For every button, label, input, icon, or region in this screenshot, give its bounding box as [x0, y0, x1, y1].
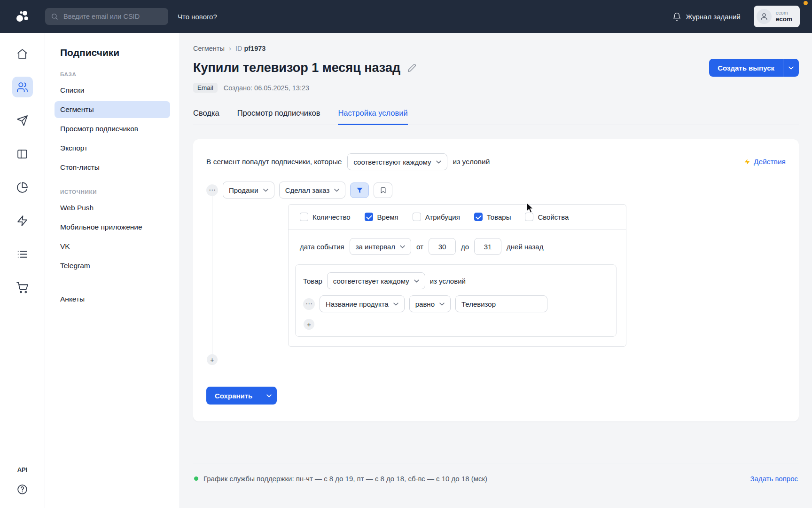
- checkbox-box[interactable]: [365, 213, 373, 221]
- checkbox-properties[interactable]: Свойства: [525, 213, 569, 221]
- nav-home[interactable]: [12, 43, 33, 64]
- created-date: Создано: 06.05.2025, 13:23: [224, 84, 309, 92]
- product-field-select[interactable]: Название продукта: [320, 295, 405, 312]
- checkbox-box[interactable]: [525, 213, 533, 221]
- checkbox-quantity[interactable]: Количество: [300, 213, 351, 221]
- event-select[interactable]: Сделал заказ: [279, 182, 346, 198]
- filter-button[interactable]: [350, 183, 369, 198]
- nav-ecommerce[interactable]: [12, 277, 33, 298]
- checkbox-label: Свойства: [538, 213, 569, 221]
- layout-icon: [16, 148, 28, 160]
- checkbox-label: Время: [377, 213, 398, 221]
- whats-new-link[interactable]: Что нового?: [178, 13, 217, 21]
- checkbox-products[interactable]: Товары: [474, 213, 511, 221]
- interval-from-input[interactable]: [429, 238, 456, 255]
- nav-subscribers[interactable]: [12, 77, 33, 97]
- add-condition-button[interactable]: +: [207, 354, 218, 365]
- add-product-condition-button[interactable]: +: [304, 319, 314, 330]
- help-button[interactable]: [12, 479, 33, 500]
- sidebar-title: Подписчики: [60, 47, 170, 58]
- sidebar-item-webpush[interactable]: Web Push: [55, 199, 170, 216]
- product-value-input[interactable]: [455, 295, 547, 312]
- checkbox-box[interactable]: [413, 213, 421, 221]
- sidebar-item-vk[interactable]: VK: [55, 238, 170, 255]
- save-button[interactable]: Сохранить: [206, 387, 261, 405]
- breadcrumb-id-value: pf1973: [244, 45, 265, 52]
- chevron-down-icon: [414, 279, 419, 283]
- select-value: за интервал: [356, 243, 395, 251]
- breadcrumb-segments-link[interactable]: Сегменты: [193, 45, 225, 52]
- account-menu[interactable]: ecom ecom: [754, 6, 800, 27]
- tab-summary[interactable]: Сводка: [193, 109, 219, 125]
- create-issue-button[interactable]: Создать выпуск: [709, 59, 783, 77]
- bookmark-icon: [380, 187, 387, 194]
- product-operator-select[interactable]: равно: [409, 295, 451, 312]
- nav-templates[interactable]: [12, 143, 33, 164]
- actions-link[interactable]: Действия: [744, 158, 786, 166]
- sidebar-item-lists[interactable]: Списки: [55, 82, 170, 99]
- create-issue-dropdown[interactable]: [783, 59, 799, 77]
- channel-badge: Email: [193, 83, 218, 93]
- sidebar-item-export[interactable]: Экспорт: [55, 140, 170, 157]
- chevron-down-icon: [400, 245, 405, 248]
- interval-mode-select[interactable]: за интервал: [350, 238, 411, 255]
- event-filter-panel: Количество Время Атрибуция Товары: [288, 204, 626, 347]
- nav-api[interactable]: API: [17, 466, 28, 473]
- support-status-dot: [194, 476, 198, 481]
- interval-to-input[interactable]: [474, 238, 501, 255]
- sidebar-item-telegram[interactable]: Telegram: [55, 257, 170, 274]
- match-mode-select[interactable]: соответствуют каждому: [347, 153, 447, 170]
- global-search[interactable]: [45, 8, 168, 25]
- lightning-icon: [16, 215, 28, 227]
- icon-rail: API: [0, 33, 45, 508]
- product-condition-more-button[interactable]: ⋯: [303, 298, 315, 310]
- chevron-down-icon: [334, 189, 339, 192]
- checkbox-attribution[interactable]: Атрибуция: [413, 213, 460, 221]
- breadcrumb-current: IDpf1973: [235, 45, 265, 52]
- edit-title-button[interactable]: [407, 64, 416, 72]
- bookmark-button[interactable]: [374, 183, 392, 198]
- breadcrumb: Сегменты › IDpf1973: [193, 44, 799, 52]
- checkbox-box[interactable]: [300, 213, 308, 221]
- product-match-select[interactable]: соответствует каждому: [327, 272, 425, 289]
- condition-more-button[interactable]: ⋯: [206, 184, 218, 196]
- from-label: от: [416, 243, 423, 251]
- nav-lists[interactable]: [12, 244, 33, 264]
- search-input[interactable]: [62, 12, 163, 21]
- product-conditions-panel: Товар соответствует каждому из условий ⋯: [295, 264, 617, 337]
- question-icon: [16, 484, 28, 495]
- sidebar-item-mobile-app[interactable]: Мобильное приложение: [55, 219, 170, 236]
- select-value: Название продукта: [326, 300, 389, 308]
- intro-text: В сегмент попадут подписчики, которые: [206, 158, 342, 166]
- sidebar-item-view-subscribers[interactable]: Просмотр подписчиков: [55, 120, 170, 137]
- conditions-card: В сегмент попадут подписчики, которые со…: [193, 139, 799, 421]
- save-dropdown[interactable]: [261, 387, 277, 405]
- product-suffix: из условий: [430, 277, 466, 285]
- tab-bar: Сводка Просмотр подписчиков Настройка ус…: [193, 109, 799, 125]
- select-value: соответствуют каждому: [353, 158, 431, 166]
- topbar: Что нового? Журнал заданий ecom ecom: [0, 0, 812, 33]
- pie-chart-icon: [16, 182, 28, 193]
- sidebar-item-segments[interactable]: Сегменты: [55, 101, 170, 118]
- product-condition-tree: ⋯ Название продукта равно: [303, 295, 609, 330]
- checkbox-box[interactable]: [474, 213, 483, 221]
- nav-analytics[interactable]: [12, 177, 33, 198]
- task-journal-button[interactable]: Журнал заданий: [672, 12, 740, 21]
- app-logo[interactable]: [0, 9, 45, 24]
- nav-automation[interactable]: [12, 210, 33, 231]
- checkbox-label: Атрибуция: [425, 213, 460, 221]
- nav-campaigns[interactable]: [12, 110, 33, 131]
- filter-icon: [356, 187, 363, 194]
- category-select[interactable]: Продажи: [223, 182, 274, 198]
- ask-question-link[interactable]: Задать вопрос: [750, 475, 798, 483]
- checkbox-time[interactable]: Время: [365, 213, 398, 221]
- tab-view-subscribers[interactable]: Просмотр подписчиков: [237, 109, 320, 125]
- sidebar-item-surveys[interactable]: Анкеты: [55, 291, 170, 308]
- cart-icon: [16, 282, 28, 294]
- event-date-label: дата события: [300, 243, 344, 251]
- actions-label: Действия: [754, 158, 786, 166]
- create-issue-split-button: Создать выпуск: [709, 59, 799, 77]
- notification-dot: [804, 1, 808, 5]
- sidebar-item-stoplists[interactable]: Стоп-листы: [55, 159, 170, 176]
- tab-conditions[interactable]: Настройка условий: [338, 109, 407, 125]
